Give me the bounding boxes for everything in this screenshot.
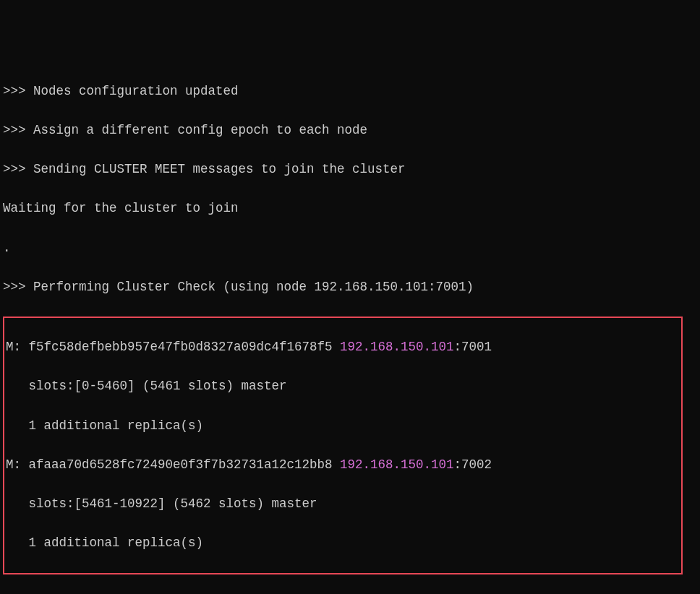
node-ip: 192.168.150.101: [340, 340, 454, 354]
log-line: .: [3, 238, 697, 258]
node-port: :7001: [454, 340, 492, 354]
slots-line: slots:[0-5460] (5461 slots) master: [6, 376, 680, 396]
master-node-line: M: f5fc58defbebb957e47fb0d8327a09dc4f167…: [6, 337, 680, 357]
replica-line: 1 additional replica(s): [6, 533, 680, 553]
log-line: Waiting for the cluster to join: [3, 199, 697, 218]
node-prefix: M: afaaa70d6528fc72490e0f3f7b32731a12c12…: [6, 457, 340, 472]
node-prefix: M: f5fc58defbebb957e47fb0d8327a09dc4f167…: [6, 340, 340, 354]
master-node-line: M: afaaa70d6528fc72490e0f3f7b32731a12c12…: [6, 455, 680, 475]
replica-line: 1 additional replica(s): [6, 416, 680, 436]
terminal-output: >>> Nodes configuration updated >>> Assi…: [3, 61, 697, 594]
log-line: >>> Nodes configuration updated: [3, 82, 697, 101]
node-ip: 192.168.150.101: [340, 457, 454, 472]
log-line: >>> Performing Cluster Check (using node…: [3, 277, 697, 297]
slots-line: slots:[5461-10922] (5462 slots) master: [6, 494, 680, 514]
log-line: >>> Sending CLUSTER MEET messages to joi…: [3, 160, 697, 179]
log-line: >>> Assign a different config epoch to e…: [3, 121, 697, 140]
highlight-box-masters-1: M: f5fc58defbebb957e47fb0d8327a09dc4f167…: [3, 317, 683, 574]
node-port: :7002: [454, 457, 492, 472]
